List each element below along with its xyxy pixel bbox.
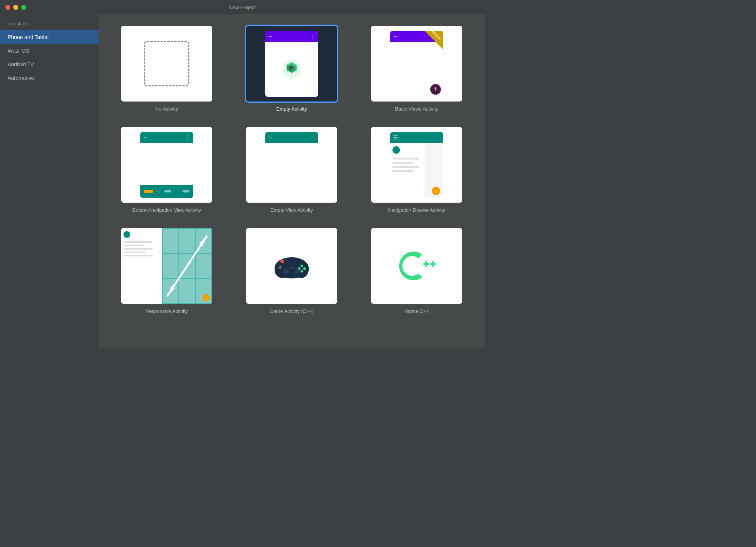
drawer-line-1	[392, 158, 419, 159]
sidebar-section-label: Templates	[0, 21, 98, 30]
svg-point-22	[295, 269, 300, 274]
resp-cell-2	[179, 229, 195, 253]
game-controller-icon	[271, 251, 312, 281]
resp-cell-7	[163, 279, 178, 303]
nav-dot-3	[183, 190, 189, 192]
drawer-line-2	[392, 162, 413, 164]
drawer-line-3	[392, 166, 419, 168]
responsive-label: Responsive Activity	[145, 308, 188, 314]
no-activity-preview	[121, 26, 212, 102]
empty-activity-topbar: ← ⋮	[265, 31, 318, 42]
template-grid: No Activity ← ⋮	[110, 26, 473, 314]
native-cpp-label: Native C++	[404, 308, 429, 314]
svg-point-20	[280, 259, 284, 263]
fab-button: +	[430, 84, 441, 95]
responsive-inner: +	[121, 228, 212, 304]
resp-fab: +	[202, 294, 210, 302]
empty-view-label: Empty View Activity	[270, 207, 313, 213]
svg-rect-19	[292, 267, 294, 269]
template-card-empty-view[interactable]: ← Empty View Activity	[235, 127, 348, 213]
template-card-no-activity[interactable]: No Activity	[110, 26, 223, 112]
empty-activity-body	[265, 42, 318, 97]
empty-view-phone: ←	[265, 132, 318, 198]
responsive-preview: +	[121, 228, 212, 304]
back-arrow-icon: ←	[268, 134, 273, 141]
drawer-avatar	[392, 146, 400, 154]
template-card-responsive[interactable]: + Responsive Activity	[110, 228, 223, 314]
content-area: No Activity ← ⋮	[98, 14, 485, 349]
native-cpp-mockup	[371, 228, 462, 304]
empty-view-preview: ←	[246, 127, 337, 203]
bottom-nav-body	[140, 143, 193, 185]
bottom-nav-bar	[140, 185, 193, 198]
svg-rect-24	[425, 261, 427, 267]
template-card-game[interactable]: Game Activity (C++)	[235, 228, 348, 314]
title-bar: New Project	[0, 0, 485, 14]
back-arrow-icon: ←	[393, 33, 398, 39]
basic-views-phone: PREVIEW ← ⋮ +	[390, 31, 443, 97]
window-title: New Project	[229, 5, 256, 10]
menu-dots-icon: ⋮	[309, 33, 315, 40]
sidebar-item-android-tv[interactable]: Android TV	[0, 58, 98, 71]
resp-cell-1	[163, 229, 178, 253]
basic-views-preview: PREVIEW ← ⋮ +	[371, 26, 462, 102]
template-card-native-cpp[interactable]: Native C++	[360, 228, 473, 314]
resp-cell-6	[196, 254, 211, 278]
main-layout: Templates Phone and Tablet Wear OS Andro…	[0, 14, 485, 349]
svg-point-14	[301, 265, 303, 267]
native-cpp-preview	[371, 228, 462, 304]
nav-drawer-phone: ☰ +	[390, 132, 443, 198]
sidebar-item-automotive[interactable]: Automotive	[0, 71, 98, 85]
empty-activity-preview: ← ⋮	[246, 26, 337, 102]
resp-line-1	[123, 241, 153, 243]
bottom-nav-label: Bottom Navigation View Activity	[132, 207, 201, 213]
hamburger-icon: ☰	[393, 134, 398, 141]
template-card-empty-activity[interactable]: ← ⋮	[235, 26, 348, 112]
no-activity-icon	[144, 41, 189, 86]
sidebar: Templates Phone and Tablet Wear OS Andro…	[0, 14, 98, 349]
bottom-nav-preview: ← ⋮	[121, 127, 212, 203]
maximize-button[interactable]	[21, 5, 26, 10]
android-studio-logo	[280, 58, 303, 81]
minimize-button[interactable]	[13, 5, 18, 10]
resp-line-3	[123, 248, 153, 250]
drawer-line-4	[392, 170, 413, 172]
template-card-nav-drawer[interactable]: ☰ +	[360, 127, 473, 213]
no-activity-label: No Activity	[155, 106, 178, 112]
sidebar-item-phone-tablet[interactable]: Phone and Tablet	[0, 30, 98, 44]
svg-point-17	[301, 270, 303, 273]
empty-view-body	[265, 143, 318, 198]
game-preview	[246, 228, 337, 304]
sidebar-item-wear-os[interactable]: Wear OS	[0, 44, 98, 58]
back-arrow-icon: ←	[143, 134, 148, 141]
game-mockup	[246, 228, 337, 304]
empty-view-topbar: ←	[265, 132, 318, 143]
template-card-basic-views[interactable]: PREVIEW ← ⋮ + Basic Views Activity	[360, 26, 473, 112]
resp-cell-5	[179, 254, 195, 278]
svg-point-21	[283, 269, 289, 274]
resp-line-2	[123, 245, 145, 246]
responsive-mockup: +	[121, 228, 212, 304]
menu-dots-icon: ⋮	[184, 134, 190, 141]
back-arrow-icon: ←	[268, 33, 273, 39]
drawer-fab: +	[432, 187, 440, 195]
resp-cell-3	[196, 229, 211, 253]
basic-views-label: Basic Views Activity	[395, 106, 438, 112]
responsive-list	[121, 228, 162, 304]
basic-views-body: +	[390, 42, 443, 97]
bottom-nav-phone: ← ⋮	[140, 132, 193, 198]
close-button[interactable]	[5, 5, 10, 10]
resp-line-4	[123, 252, 145, 253]
nav-dot-2	[164, 190, 171, 192]
svg-point-15	[303, 267, 306, 270]
resp-cell-8	[179, 279, 195, 303]
window-controls	[5, 5, 26, 10]
nav-dot-1	[144, 190, 153, 193]
empty-activity-phone: ← ⋮	[265, 31, 318, 97]
nav-drawer-preview: ☰ +	[371, 127, 462, 203]
empty-activity-label: Empty Activity	[276, 106, 307, 112]
svg-rect-26	[432, 261, 434, 267]
svg-rect-18	[289, 267, 291, 269]
bottom-nav-topbar: ← ⋮	[140, 132, 193, 143]
template-card-bottom-nav[interactable]: ← ⋮ Bottom Navigation View Activity	[110, 127, 223, 213]
